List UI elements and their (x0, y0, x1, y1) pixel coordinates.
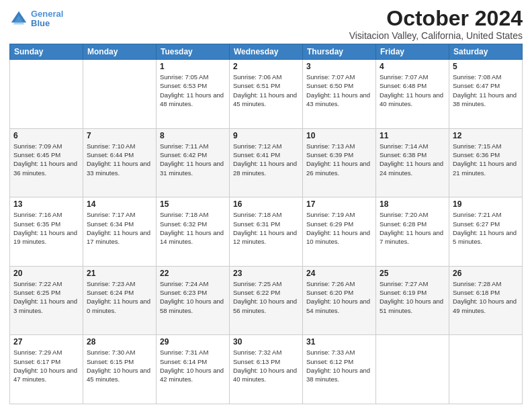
day-number: 2 (233, 62, 299, 71)
day-info: Sunrise: 7:31 AMSunset: 6:14 PMDaylight:… (160, 348, 226, 383)
table-row: 8 Sunrise: 7:11 AMSunset: 6:42 PMDayligh… (157, 128, 230, 197)
day-info: Sunrise: 7:10 AMSunset: 6:44 PMDaylight:… (87, 142, 152, 177)
table-row (449, 335, 523, 404)
logo-icon (9, 9, 28, 28)
table-row: 24 Sunrise: 7:26 AMSunset: 6:20 PMDaylig… (303, 266, 376, 335)
table-row: 3 Sunrise: 7:07 AMSunset: 6:50 PMDayligh… (303, 60, 376, 129)
day-info: Sunrise: 7:22 AMSunset: 6:25 PMDaylight:… (13, 279, 79, 315)
day-number: 30 (233, 337, 299, 347)
day-info: Sunrise: 7:25 AMSunset: 6:22 PMDaylight:… (233, 279, 299, 315)
day-number: 26 (453, 269, 519, 278)
day-number: 31 (306, 337, 372, 347)
table-row: 28 Sunrise: 7:30 AMSunset: 6:15 PMDaylig… (83, 335, 157, 404)
table-row: 7 Sunrise: 7:10 AMSunset: 6:44 PMDayligh… (83, 128, 157, 197)
day-number: 8 (160, 131, 226, 140)
table-row: 29 Sunrise: 7:31 AMSunset: 6:14 PMDaylig… (157, 335, 230, 404)
day-number: 9 (233, 131, 299, 140)
table-row: 2 Sunrise: 7:06 AMSunset: 6:51 PMDayligh… (230, 60, 303, 129)
table-row: 25 Sunrise: 7:27 AMSunset: 6:19 PMDaylig… (376, 266, 449, 335)
day-number: 28 (87, 337, 152, 347)
day-number: 12 (453, 131, 519, 140)
day-number: 13 (13, 199, 79, 209)
day-number: 7 (87, 131, 152, 140)
day-info: Sunrise: 7:09 AMSunset: 6:45 PMDaylight:… (13, 142, 79, 177)
day-number: 24 (306, 269, 372, 278)
day-number: 19 (453, 199, 519, 209)
col-thursday: Thursday (303, 44, 376, 60)
table-row (83, 60, 157, 129)
day-info: Sunrise: 7:21 AMSunset: 6:27 PMDaylight:… (453, 210, 519, 246)
day-info: Sunrise: 7:14 AMSunset: 6:38 PMDaylight:… (380, 142, 445, 177)
day-number: 11 (380, 131, 445, 140)
col-friday: Friday (376, 44, 449, 60)
calendar-week-2: 6 Sunrise: 7:09 AMSunset: 6:45 PMDayligh… (10, 128, 523, 197)
day-number: 10 (306, 131, 372, 140)
day-info: Sunrise: 7:12 AMSunset: 6:41 PMDaylight:… (233, 142, 299, 177)
table-row: 21 Sunrise: 7:23 AMSunset: 6:24 PMDaylig… (83, 266, 157, 335)
calendar-week-5: 27 Sunrise: 7:29 AMSunset: 6:17 PMDaylig… (10, 335, 523, 404)
table-row (10, 60, 83, 129)
col-saturday: Saturday (449, 44, 523, 60)
table-row: 11 Sunrise: 7:14 AMSunset: 6:38 PMDaylig… (376, 128, 449, 197)
day-info: Sunrise: 7:07 AMSunset: 6:48 PMDaylight:… (380, 73, 445, 108)
day-number: 23 (233, 269, 299, 278)
table-row: 30 Sunrise: 7:32 AMSunset: 6:13 PMDaylig… (230, 335, 303, 404)
day-info: Sunrise: 7:23 AMSunset: 6:24 PMDaylight:… (87, 279, 152, 315)
day-number: 15 (160, 199, 226, 209)
table-row: 4 Sunrise: 7:07 AMSunset: 6:48 PMDayligh… (376, 60, 449, 129)
day-number: 27 (13, 337, 79, 347)
day-info: Sunrise: 7:29 AMSunset: 6:17 PMDaylight:… (13, 348, 79, 383)
day-info: Sunrise: 7:06 AMSunset: 6:51 PMDaylight:… (233, 73, 299, 108)
table-row: 31 Sunrise: 7:33 AMSunset: 6:12 PMDaylig… (303, 335, 376, 404)
day-number: 17 (306, 199, 372, 209)
table-row: 16 Sunrise: 7:18 AMSunset: 6:31 PMDaylig… (230, 197, 303, 267)
day-number: 21 (87, 269, 152, 278)
col-sunday: Sunday (10, 44, 83, 60)
table-row: 19 Sunrise: 7:21 AMSunset: 6:27 PMDaylig… (449, 197, 523, 267)
header: General Blue October 2024 Visitacion Val… (9, 7, 523, 41)
day-info: Sunrise: 7:15 AMSunset: 6:36 PMDaylight:… (453, 142, 519, 177)
day-number: 5 (453, 62, 519, 71)
day-info: Sunrise: 7:05 AMSunset: 6:53 PMDaylight:… (160, 73, 226, 108)
calendar-week-3: 13 Sunrise: 7:16 AMSunset: 6:35 PMDaylig… (10, 197, 523, 267)
day-number: 22 (160, 269, 226, 278)
day-number: 29 (160, 337, 226, 347)
day-info: Sunrise: 7:17 AMSunset: 6:34 PMDaylight:… (87, 210, 152, 246)
calendar-header-row: Sunday Monday Tuesday Wednesday Thursday… (10, 44, 523, 60)
day-number: 16 (233, 199, 299, 209)
table-row: 5 Sunrise: 7:08 AMSunset: 6:47 PMDayligh… (449, 60, 523, 129)
table-row (376, 335, 449, 404)
day-number: 6 (13, 131, 79, 140)
location: Visitacion Valley, California, United St… (349, 30, 523, 41)
day-number: 3 (306, 62, 372, 71)
day-info: Sunrise: 7:33 AMSunset: 6:12 PMDaylight:… (306, 348, 372, 383)
day-info: Sunrise: 7:20 AMSunset: 6:28 PMDaylight:… (380, 210, 445, 246)
table-row: 20 Sunrise: 7:22 AMSunset: 6:25 PMDaylig… (10, 266, 83, 335)
logo-text: General Blue (31, 9, 63, 29)
table-row: 9 Sunrise: 7:12 AMSunset: 6:41 PMDayligh… (230, 128, 303, 197)
table-row: 27 Sunrise: 7:29 AMSunset: 6:17 PMDaylig… (10, 335, 83, 404)
day-number: 4 (380, 62, 445, 71)
day-info: Sunrise: 7:24 AMSunset: 6:23 PMDaylight:… (160, 279, 226, 315)
table-row: 14 Sunrise: 7:17 AMSunset: 6:34 PMDaylig… (83, 197, 157, 267)
table-row: 1 Sunrise: 7:05 AMSunset: 6:53 PMDayligh… (157, 60, 230, 129)
day-info: Sunrise: 7:27 AMSunset: 6:19 PMDaylight:… (380, 279, 445, 315)
day-info: Sunrise: 7:13 AMSunset: 6:39 PMDaylight:… (306, 142, 372, 177)
day-info: Sunrise: 7:26 AMSunset: 6:20 PMDaylight:… (306, 279, 372, 315)
table-row: 10 Sunrise: 7:13 AMSunset: 6:39 PMDaylig… (303, 128, 376, 197)
page: General Blue October 2024 Visitacion Val… (0, 0, 532, 411)
calendar-table: Sunday Monday Tuesday Wednesday Thursday… (9, 44, 523, 404)
table-row: 12 Sunrise: 7:15 AMSunset: 6:36 PMDaylig… (449, 128, 523, 197)
table-row: 23 Sunrise: 7:25 AMSunset: 6:22 PMDaylig… (230, 266, 303, 335)
table-row: 18 Sunrise: 7:20 AMSunset: 6:28 PMDaylig… (376, 197, 449, 267)
col-tuesday: Tuesday (157, 44, 230, 60)
table-row: 13 Sunrise: 7:16 AMSunset: 6:35 PMDaylig… (10, 197, 83, 267)
day-number: 25 (380, 269, 445, 278)
calendar-week-1: 1 Sunrise: 7:05 AMSunset: 6:53 PMDayligh… (10, 60, 523, 129)
logo: General Blue (9, 9, 63, 29)
day-number: 20 (13, 269, 79, 278)
day-info: Sunrise: 7:28 AMSunset: 6:18 PMDaylight:… (453, 279, 519, 315)
table-row: 17 Sunrise: 7:19 AMSunset: 6:29 PMDaylig… (303, 197, 376, 267)
day-info: Sunrise: 7:07 AMSunset: 6:50 PMDaylight:… (306, 73, 372, 108)
table-row: 22 Sunrise: 7:24 AMSunset: 6:23 PMDaylig… (157, 266, 230, 335)
